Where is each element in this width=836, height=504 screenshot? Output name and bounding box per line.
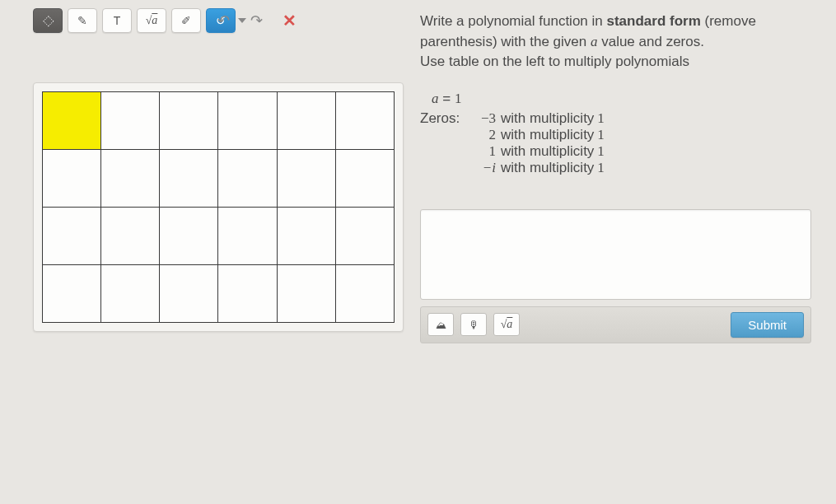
table-cell[interactable] bbox=[101, 265, 160, 323]
link-tool[interactable]: ⬚ bbox=[33, 8, 63, 33]
sqrt-icon: √a bbox=[501, 318, 513, 331]
zero-row: 1with multiplicity1 bbox=[469, 143, 605, 160]
mic-button[interactable]: 🎙 bbox=[460, 313, 487, 336]
table-row bbox=[43, 208, 395, 265]
zero-value: −i bbox=[469, 160, 496, 176]
table-cell[interactable] bbox=[218, 150, 277, 208]
a-eq: = bbox=[439, 91, 455, 106]
mult-label: with multiplicity bbox=[501, 127, 594, 143]
question-prompt: Write a polynomial function in standard … bbox=[420, 12, 811, 72]
a-val: 1 bbox=[455, 91, 462, 106]
table-cell[interactable] bbox=[43, 208, 101, 265]
zero-value: 1 bbox=[469, 143, 496, 160]
table-cell[interactable] bbox=[160, 208, 218, 265]
table-cell[interactable] bbox=[277, 208, 335, 265]
table-cell[interactable] bbox=[218, 92, 277, 150]
prompt-text: (remove bbox=[701, 13, 756, 29]
table-cell[interactable] bbox=[101, 150, 160, 208]
table-cell[interactable] bbox=[335, 92, 394, 150]
undo-button[interactable]: ↶ bbox=[214, 12, 232, 30]
table-cell[interactable] bbox=[218, 265, 277, 323]
prompt-text: parenthesis) with the given bbox=[420, 34, 591, 49]
close-icon: ✕ bbox=[283, 11, 297, 30]
mult-label: with multiplicity bbox=[501, 143, 594, 160]
text-tool[interactable]: T bbox=[102, 8, 132, 33]
close-button[interactable]: ✕ bbox=[280, 12, 298, 30]
eraser-tool[interactable]: ✐ bbox=[171, 8, 201, 33]
image-icon: ⛰ bbox=[436, 319, 446, 331]
mult-value: 1 bbox=[597, 160, 605, 176]
table-cell[interactable] bbox=[160, 150, 218, 208]
zero-row: 2with multiplicity1 bbox=[469, 127, 605, 143]
table-cell[interactable] bbox=[101, 208, 160, 265]
submit-button[interactable]: Submit bbox=[731, 312, 804, 338]
table-cell[interactable] bbox=[43, 265, 101, 323]
multiply-table[interactable] bbox=[42, 91, 395, 323]
redo-icon: ↷ bbox=[250, 12, 263, 30]
zero-row: −3with multiplicity1 bbox=[469, 110, 605, 127]
text-icon: T bbox=[114, 14, 121, 27]
table-row bbox=[43, 92, 395, 150]
mult-label: with multiplicity bbox=[501, 110, 594, 127]
mult-value: 1 bbox=[597, 143, 605, 160]
a-label: a bbox=[432, 91, 439, 106]
image-button[interactable]: ⛰ bbox=[427, 313, 454, 336]
prompt-text: Use table on the left to multiply polyno… bbox=[420, 54, 689, 69]
math-input-button[interactable]: √a bbox=[493, 313, 520, 336]
table-cell[interactable] bbox=[335, 265, 394, 323]
eraser-icon: ✐ bbox=[181, 14, 191, 27]
zero-value: −3 bbox=[469, 110, 496, 127]
table-cell[interactable] bbox=[277, 265, 335, 323]
undo-icon: ↶ bbox=[217, 12, 230, 30]
mult-label: with multiplicity bbox=[501, 160, 594, 176]
table-cell[interactable] bbox=[160, 265, 218, 323]
table-cell[interactable] bbox=[277, 150, 335, 208]
mult-value: 1 bbox=[597, 127, 605, 143]
table-cell[interactable] bbox=[43, 150, 101, 208]
table-cell[interactable] bbox=[335, 150, 394, 208]
zero-value: 2 bbox=[469, 127, 496, 143]
table-row bbox=[43, 150, 395, 208]
table-cell[interactable] bbox=[277, 92, 335, 150]
prompt-text: value and zeros. bbox=[597, 34, 703, 49]
mic-icon: 🎙 bbox=[469, 319, 479, 331]
table-cell[interactable] bbox=[43, 92, 101, 150]
table-cell[interactable] bbox=[335, 208, 394, 265]
table-cell[interactable] bbox=[160, 92, 218, 150]
answer-toolbar: ⛰ 🎙 √a Submit bbox=[420, 306, 811, 343]
zeros-label: Zeros: bbox=[420, 110, 469, 176]
multiply-table-panel bbox=[33, 82, 404, 332]
sqrt-icon: √a bbox=[146, 14, 158, 27]
math-tool[interactable]: √a bbox=[137, 8, 166, 33]
mult-value: 1 bbox=[597, 110, 605, 127]
table-row bbox=[43, 265, 395, 323]
link-icon: ⬚ bbox=[40, 13, 55, 28]
prompt-text: Write a polynomial function in bbox=[420, 13, 606, 29]
table-cell[interactable] bbox=[101, 92, 160, 150]
pencil-icon: ✎ bbox=[77, 14, 87, 27]
redo-button[interactable]: ↷ bbox=[247, 12, 265, 30]
pencil-tool[interactable]: ✎ bbox=[68, 8, 97, 33]
answer-input[interactable] bbox=[420, 209, 811, 300]
prompt-bold: standard form bbox=[606, 13, 700, 29]
table-cell[interactable] bbox=[218, 208, 277, 265]
zero-row: −iwith multiplicity1 bbox=[469, 160, 605, 176]
given-values: a = 1 Zeros: −3with multiplicity1 2with … bbox=[420, 91, 811, 176]
